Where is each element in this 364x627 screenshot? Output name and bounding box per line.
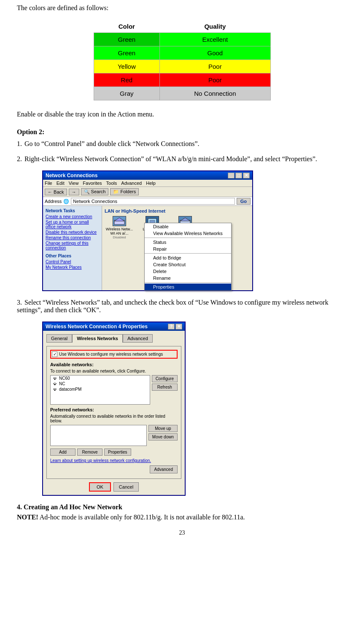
network-nc60[interactable]: NC60 [51, 376, 150, 381]
step-number: 3. [17, 299, 22, 306]
svg-marker-5 [180, 218, 190, 221]
change-settings-link[interactable]: Change settings of this connection [46, 241, 99, 250]
netconn-titlebar-btns: _ □ ✕ [228, 173, 250, 178]
other-places-section: Other Places Control Panel My Network Pl… [46, 254, 99, 270]
tab-general[interactable]: General [46, 334, 72, 343]
wlan-props-screenshot-wrapper: Wireless Network Connection 4 Properties… [42, 322, 347, 496]
address-label: Address [45, 199, 62, 204]
page-number: 23 [17, 530, 347, 536]
add-btn[interactable]: Add [50, 449, 75, 456]
netconn-title: Network Connections [46, 173, 97, 178]
use-windows-checkbox[interactable]: ✓ [52, 351, 57, 357]
menu-view[interactable]: View [69, 181, 79, 186]
network-item-wlan: Wireless Netw...WI AN a/... Disabled [105, 216, 134, 239]
netconn-main: LAN or High-Speed Internet Wireless Netw… [102, 206, 252, 290]
context-rename[interactable]: Rename [145, 275, 231, 281]
wifi-icon-nc60 [52, 376, 58, 381]
svg-marker-1 [114, 218, 124, 221]
network-datacompm[interactable]: datacomPM [51, 386, 150, 392]
color-cell: Gray [94, 87, 160, 100]
other-places-title: Other Places [46, 254, 99, 258]
properties-btn[interactable]: Properties [104, 449, 131, 456]
wlan-item-name: Wireless Netw...WI AN a/... [106, 227, 133, 235]
preferred-listbox-buttons: Move up Move down [148, 425, 178, 446]
cancel-btn[interactable]: Cancel [113, 482, 139, 492]
wlan-close-btn[interactable]: ✕ [175, 324, 182, 330]
my-network-places-link[interactable]: My Network Places [46, 265, 99, 270]
control-panel-link[interactable]: Control Panel [46, 259, 99, 264]
netconn-screenshot-wrapper: Network Connections _ □ ✕ File Edit View… [42, 170, 347, 291]
available-networks-label: Available networks: [50, 362, 178, 367]
minimize-btn[interactable]: _ [228, 173, 235, 178]
preferred-listbox-wrapper: Move up Move down [50, 425, 178, 446]
learn-link[interactable]: Learn about setting up wireless network … [50, 458, 178, 463]
tab-advanced[interactable]: Advanced [123, 334, 153, 343]
networks-listbox: NC60 NC datacomPM [50, 375, 150, 405]
netconn-sidebar: Network Tasks Create a new connection Se… [43, 206, 102, 290]
step-item: 1.Go to “Control Panel” and double click… [17, 140, 347, 148]
wlan-item-status: Disabled [113, 235, 126, 239]
network-nc[interactable]: NC [51, 381, 150, 386]
context-create-shortcut[interactable]: Create Shortcut [145, 261, 231, 268]
network-name-nc60: NC60 [59, 376, 70, 381]
network-name-nc: NC [59, 381, 65, 386]
wlan-tabs: General Wireless Networks Advanced [46, 334, 181, 343]
back-btn[interactable]: ← Back [45, 189, 67, 195]
address-value[interactable]: Network Connections [71, 198, 235, 205]
netconn-address-bar: Address 🌐 Network Connections Go [43, 197, 252, 206]
configure-btn[interactable]: Configure [152, 375, 178, 382]
context-repair[interactable]: Repair [145, 246, 231, 252]
tab-wireless-networks[interactable]: Wireless Networks [72, 334, 123, 343]
menu-tools[interactable]: Tools [106, 181, 117, 186]
wlan-icon [113, 216, 126, 226]
quality-col-header: Quality [160, 20, 270, 33]
advanced-btn[interactable]: Advanced [150, 465, 178, 473]
search-btn[interactable]: 🔍 Search [81, 188, 109, 195]
close-btn[interactable]: ✕ [243, 173, 250, 178]
note-content: Ad-hoc mode is available only for 802.11… [40, 513, 245, 521]
setup-home-link[interactable]: Set up a home or small office network [46, 220, 99, 229]
context-view-available[interactable]: View Available Wireless Networks [145, 230, 231, 237]
menu-edit[interactable]: Edit [57, 181, 65, 186]
address-icon: 🌐 [63, 199, 69, 204]
move-up-btn[interactable]: Move up [148, 425, 178, 432]
context-menu: Disable View Available Wireless Networks… [144, 223, 232, 291]
context-disable[interactable]: Disable [145, 223, 231, 230]
color-col-header: Color [94, 20, 160, 33]
refresh-btn[interactable]: Refresh [152, 384, 178, 391]
network-name-datacompm: datacomPM [59, 387, 81, 392]
context-delete[interactable]: Delete [145, 268, 231, 275]
rename-connection-link[interactable]: Rename this connection [46, 235, 99, 240]
context-properties[interactable]: Properties [145, 284, 231, 290]
wlan-bottom-btns: OK Cancel [46, 482, 181, 492]
forward-btn[interactable]: → [69, 189, 79, 195]
netconn-body: Network Tasks Create a new connection Se… [43, 206, 252, 290]
go-btn[interactable]: Go [237, 198, 251, 205]
context-sep3 [145, 282, 231, 283]
context-sep2 [145, 253, 231, 254]
wlan-help-btn[interactable]: ? [168, 324, 175, 330]
netconn-menubar: File Edit View Favorites Tools Advanced … [43, 180, 252, 187]
preferred-listbox [50, 425, 147, 446]
section4-heading: 4. Creating an Ad Hoc New Network [17, 503, 347, 511]
move-down-btn[interactable]: Move down [148, 433, 178, 441]
menu-file[interactable]: File [45, 181, 52, 186]
context-status[interactable]: Status [145, 239, 231, 246]
ok-btn[interactable]: OK [89, 482, 111, 492]
create-connection-link[interactable]: Create a new connection [46, 214, 99, 219]
preferred-networks-label: Preferred networks: [50, 407, 178, 412]
quality-cell: Excellent [160, 33, 270, 46]
menu-advanced[interactable]: Advanced [121, 181, 142, 186]
color-cell: Green [94, 33, 160, 46]
netconn-screenshot: Network Connections _ □ ✕ File Edit View… [42, 170, 253, 291]
folders-btn[interactable]: 📁 Folders [110, 188, 139, 195]
menu-favorites[interactable]: Favorites [83, 181, 102, 186]
step-item: 3.Select “Wireless Networks” tab, and un… [17, 299, 347, 314]
preferred-desc: Automatically connect to available netwo… [50, 414, 178, 423]
restore-btn[interactable]: □ [235, 173, 242, 178]
context-add-bridge[interactable]: Add to Bridge [145, 254, 231, 261]
remove-btn[interactable]: Remove [77, 449, 102, 456]
disable-device-link[interactable]: Disable this network device [46, 230, 99, 235]
menu-help[interactable]: Help [146, 181, 156, 186]
step-text: Right-click “Wireless Network Connection… [24, 155, 317, 162]
